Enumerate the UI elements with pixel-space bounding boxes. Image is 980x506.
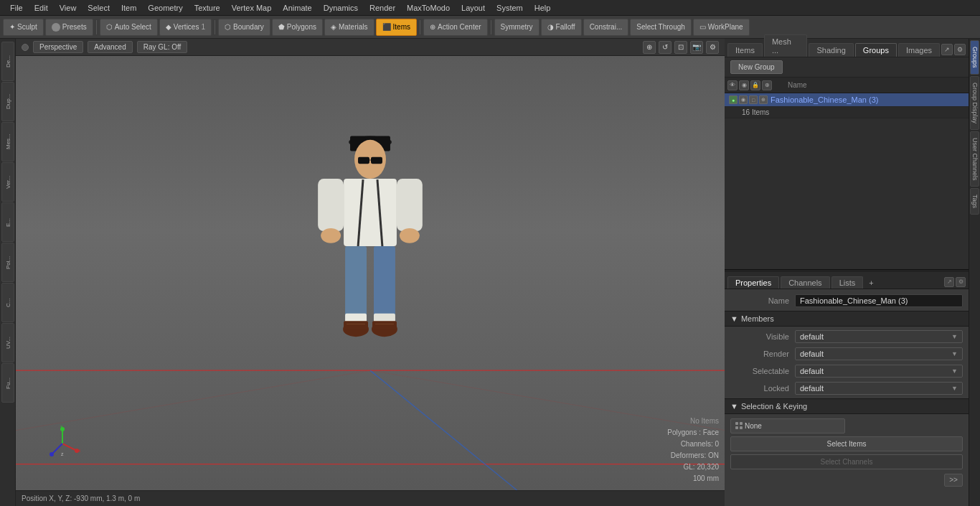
glh-visible-icon[interactable]: 👁 <box>727 80 738 90</box>
viewport-icon-reset[interactable]: ↺ <box>659 41 672 54</box>
sidebar-tab-6[interactable]: C... <box>1 283 14 322</box>
menu-item[interactable]: Item <box>116 2 142 14</box>
bp-icon-settings[interactable]: ⚙ <box>956 277 966 287</box>
bp-tab-channels[interactable]: Channels <box>781 276 829 289</box>
advanced-button[interactable]: Advanced <box>88 41 132 53</box>
menu-help[interactable]: Help <box>529 2 557 14</box>
menu-render[interactable]: Render <box>364 2 401 14</box>
sk-label: Selection & Keying <box>741 402 807 411</box>
rvtab-tags[interactable]: Tags <box>970 188 979 215</box>
bp-tab-add[interactable]: + <box>864 277 877 289</box>
svg-point-33 <box>50 452 54 456</box>
menu-edit[interactable]: Edit <box>29 2 54 14</box>
items-button[interactable]: ⬛ Items <box>376 19 417 36</box>
members-label: Members <box>741 314 774 323</box>
vertices-icon: ◆ <box>166 23 171 31</box>
constraints-button[interactable]: Constrai... <box>583 19 629 36</box>
members-arrow: ▼ <box>730 314 738 323</box>
panel-tab-icons: ↗ ⚙ <box>941 44 966 57</box>
sidebar-tab-3[interactable]: Ver... <box>1 162 14 202</box>
selectable-select[interactable]: default ▼ <box>795 365 963 378</box>
polygons-icon: ⬟ <box>278 23 285 31</box>
menu-vertex-map[interactable]: Vertex Map <box>226 2 278 14</box>
menu-geometry[interactable]: Geometry <box>142 2 188 14</box>
sidebar-tab-2[interactable]: Mes... <box>1 122 14 161</box>
viewport-icon-orient[interactable]: ⊕ <box>643 41 656 54</box>
materials-button[interactable]: ◈ Materials <box>324 19 374 36</box>
menu-system[interactable]: System <box>491 2 529 14</box>
viewport-icons: ⊕ ↺ ⊡ 📷 ⚙ <box>643 41 719 54</box>
tab-mesh[interactable]: Mesh ... <box>764 34 808 57</box>
workplane-button[interactable]: ▭ WorkPlane <box>693 19 750 36</box>
sidebar-tab-7[interactable]: UV... <box>1 323 14 362</box>
toolbar-sep-1 <box>96 20 97 34</box>
render-select[interactable]: default ▼ <box>795 347 963 360</box>
sidebar-tab-8[interactable]: Fu... <box>1 363 14 403</box>
bp-tab-properties[interactable]: Properties <box>727 276 779 289</box>
gi-visible-icon[interactable]: ● <box>729 95 738 104</box>
render-arrow-icon: ▼ <box>951 350 958 357</box>
viewport-icon-settings[interactable]: ⚙ <box>706 41 719 54</box>
tab-shading[interactable]: Shading <box>809 43 853 57</box>
svg-rect-23 <box>344 321 368 330</box>
viewport-canvas[interactable]: z x y No Items Polygons : Face Channels:… <box>16 56 725 490</box>
sidebar-tab-0[interactable]: De... <box>1 42 14 81</box>
expand-button[interactable]: >> <box>944 474 963 487</box>
visible-select[interactable]: default ▼ <box>795 330 963 343</box>
bp-icon-expand[interactable]: ↗ <box>944 277 954 287</box>
menu-select[interactable]: Select <box>82 2 116 14</box>
select-items-button[interactable]: Select Items <box>730 436 963 451</box>
locked-select[interactable]: default ▼ <box>795 382 963 395</box>
menu-layout[interactable]: Layout <box>456 2 491 14</box>
boundary-button[interactable]: ⬡ Boundary <box>218 19 270 36</box>
group-item-0[interactable]: ● ◉ □ ⊕ Fashionable_Chinese_Man (3) <box>725 93 969 107</box>
panel-expand-icon[interactable]: ↗ <box>941 44 953 55</box>
sidebar-tab-1[interactable]: Dup... <box>1 82 14 121</box>
gi-lock-icon[interactable]: □ <box>749 95 758 104</box>
gi-render-icon[interactable]: ◉ <box>739 95 748 104</box>
sculpt-button[interactable]: ✦ Sculpt <box>3 19 44 36</box>
right-panel-tabs: Items Mesh ... Shading Groups Images ↗ ⚙ <box>725 39 969 57</box>
menu-file[interactable]: File <box>4 2 29 14</box>
menu-maxtomodo[interactable]: MaxToModo <box>401 2 456 14</box>
falloff-button[interactable]: ◑ Falloff <box>541 19 582 36</box>
toolbar-sep-4 <box>491 20 491 34</box>
polygons-button[interactable]: ⬟ Polygons <box>272 19 323 36</box>
bp-tab-lists[interactable]: Lists <box>831 276 864 289</box>
tab-items[interactable]: Items <box>727 43 763 57</box>
new-group-button[interactable]: New Group <box>730 60 783 74</box>
name-input[interactable]: Fashionable_Chinese_Man (3) <box>795 294 963 307</box>
rvtab-user-channels[interactable]: User Channels <box>970 131 979 187</box>
tab-images[interactable]: Images <box>898 43 940 57</box>
auto-select-button[interactable]: ⬡ Auto Select <box>100 19 158 36</box>
rvtab-group-display[interactable]: Group Display <box>970 76 979 130</box>
locked-arrow-icon: ▼ <box>951 385 958 392</box>
menu-view[interactable]: View <box>54 2 83 14</box>
viewport-icon-zoom[interactable]: ⊡ <box>674 41 687 54</box>
visible-arrow-icon: ▼ <box>951 333 958 340</box>
select-through-button[interactable]: Select Through <box>630 19 692 36</box>
svg-rect-18 <box>345 246 367 321</box>
tab-groups[interactable]: Groups <box>855 43 897 57</box>
viewport-icon-cam[interactable]: 📷 <box>690 41 703 54</box>
perspective-button[interactable]: Perspective <box>33 41 83 53</box>
gi-extra-icon[interactable]: ⊕ <box>759 95 768 104</box>
select-channels-button[interactable]: Select Channels <box>730 454 963 469</box>
panel-settings-icon[interactable]: ⚙ <box>954 44 966 55</box>
glh-extra-icon[interactable]: ⊕ <box>762 80 772 90</box>
raygl-button[interactable]: Ray GL: Off <box>137 41 188 53</box>
menu-animate[interactable]: Animate <box>277 2 317 14</box>
menu-texture[interactable]: Texture <box>189 2 226 14</box>
menu-dynamics[interactable]: Dynamics <box>318 2 364 14</box>
sidebar-tab-4[interactable]: E... <box>1 202 14 242</box>
sidebar-tab-5[interactable]: Pol... <box>1 243 14 282</box>
vertices-button[interactable]: ◆ Vertices 1 <box>159 19 212 36</box>
glh-render-icon[interactable]: ◉ <box>739 80 749 90</box>
rvtab-groups[interactable]: Groups <box>970 40 979 75</box>
none-button[interactable]: None <box>730 418 845 434</box>
presets-button[interactable]: Presets <box>45 19 93 36</box>
action-center-button[interactable]: ⊕ Action Center <box>423 19 488 36</box>
symmetry-button[interactable]: Symmetry <box>494 19 540 36</box>
presets-icon <box>52 23 60 32</box>
glh-lock-icon[interactable]: 🔒 <box>750 80 760 90</box>
